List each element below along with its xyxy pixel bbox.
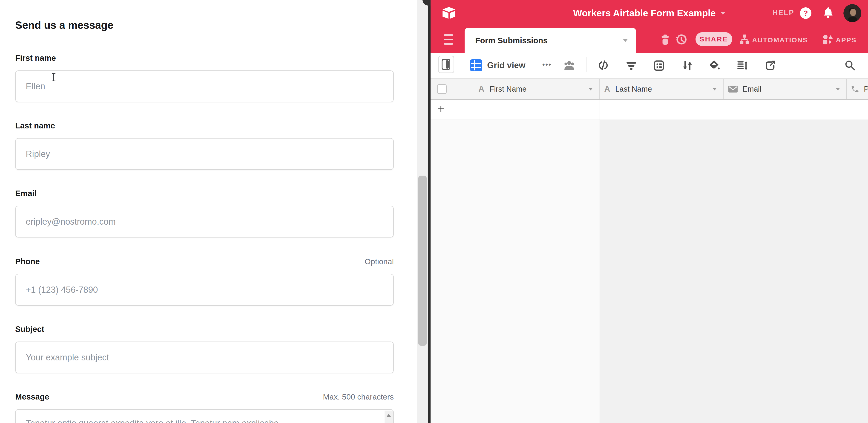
chevron-down-icon (623, 39, 628, 42)
group-icon[interactable] (653, 60, 665, 71)
apps-button[interactable]: APPS (836, 36, 857, 44)
phone-input[interactable] (15, 274, 394, 306)
column-header-phone[interactable]: Phone (847, 79, 868, 99)
grid-body-primary-column (431, 120, 599, 423)
add-row-button[interactable]: + (437, 101, 444, 116)
history-icon[interactable] (675, 34, 687, 46)
email-input[interactable] (15, 206, 394, 238)
grid-header-row: A First Name A Last Name Email (431, 79, 868, 100)
automations-button[interactable]: AUTOMATIONS (752, 36, 808, 44)
pane-divider[interactable] (428, 0, 431, 423)
page-title: Send us a message (15, 19, 114, 31)
field-group-phone: Phone Optional (15, 257, 394, 268)
share-view-icon[interactable] (765, 60, 776, 71)
chevron-down-icon (836, 88, 840, 90)
toolbar-divider (586, 57, 587, 72)
subject-label: Subject (15, 325, 44, 334)
chevron-down-icon (713, 88, 717, 90)
airtable-tabbar: Form Submissions SHARE (431, 27, 868, 53)
chevron-down-icon (589, 88, 593, 90)
message-hint: Max. 500 characters (323, 392, 394, 401)
column-header-email[interactable]: Email (724, 79, 847, 99)
airtable-topbar: Workers Airtable Form Example HELP ? (431, 0, 868, 27)
grid-body-background (600, 120, 868, 423)
first-name-label: First name (15, 53, 56, 63)
chevron-down-icon (720, 12, 725, 15)
view-toolbar: Grid view ••• (431, 53, 868, 79)
column-header-first-name[interactable]: A First Name (431, 79, 599, 99)
airtable-pane: Workers Airtable Form Example HELP ? (431, 0, 868, 423)
automations-icon[interactable] (739, 34, 750, 45)
grid-add-row: + (431, 100, 868, 119)
menu-hamburger-icon[interactable] (444, 34, 453, 46)
first-name-input[interactable] (15, 70, 394, 102)
base-title: Workers Airtable Form Example (573, 8, 716, 19)
text-field-icon: A (604, 84, 610, 94)
field-group-subject: Subject (15, 325, 394, 336)
filter-icon[interactable] (626, 60, 637, 71)
grid-view-button[interactable]: Grid view (470, 59, 526, 71)
contact-form-pane: Send us a message First name Last name E… (0, 0, 428, 423)
field-group-last-name: Last name (15, 121, 394, 132)
collaborators-icon[interactable] (563, 60, 575, 71)
hide-fields-icon[interactable] (597, 60, 609, 71)
apps-icon[interactable] (823, 34, 833, 45)
sort-icon[interactable] (682, 60, 693, 71)
page-scrollbar-thumb[interactable] (418, 176, 427, 346)
last-name-label: Last name (15, 121, 55, 130)
field-group-email: Email (15, 189, 394, 200)
search-icon[interactable] (844, 59, 856, 71)
trash-icon[interactable] (659, 34, 671, 46)
grid-view-icon (470, 59, 482, 71)
help-question-icon[interactable]: ? (800, 7, 811, 19)
field-group-message: Message Max. 500 characters (15, 392, 394, 403)
message-textarea[interactable] (15, 409, 394, 423)
subject-input[interactable] (15, 341, 394, 373)
help-button[interactable]: HELP (773, 9, 795, 17)
phone-label: Phone (15, 257, 40, 266)
primary-column-divider (599, 100, 600, 423)
phone-hint: Optional (365, 257, 394, 266)
table-tab-form-submissions[interactable]: Form Submissions (465, 28, 636, 53)
row-height-icon[interactable] (737, 60, 748, 71)
panel-toggle-icon (441, 58, 451, 70)
screen: Send us a message First name Last name E… (0, 0, 868, 423)
share-button[interactable]: SHARE (695, 32, 732, 46)
page-scrollbar-track[interactable] (417, 0, 428, 423)
email-label: Email (15, 189, 37, 198)
last-name-input[interactable] (15, 138, 394, 170)
text-cursor-icon (51, 73, 56, 82)
scroll-up-icon[interactable] (386, 414, 391, 417)
color-icon[interactable] (709, 60, 720, 71)
text-field-icon: A (478, 84, 484, 94)
phone-field-icon (850, 85, 859, 93)
toggle-view-sidebar-button[interactable] (438, 56, 454, 73)
view-options-ellipsis-button[interactable]: ••• (542, 61, 552, 68)
avatar-photo (843, 4, 861, 22)
user-avatar[interactable] (843, 4, 861, 22)
email-field-icon (728, 85, 738, 93)
notifications-bell-icon[interactable] (822, 7, 834, 19)
field-group-first-name: First name (15, 53, 394, 64)
textarea-scrollbar[interactable] (384, 411, 393, 423)
message-label: Message (15, 392, 49, 401)
column-header-last-name[interactable]: A Last Name (600, 79, 723, 99)
